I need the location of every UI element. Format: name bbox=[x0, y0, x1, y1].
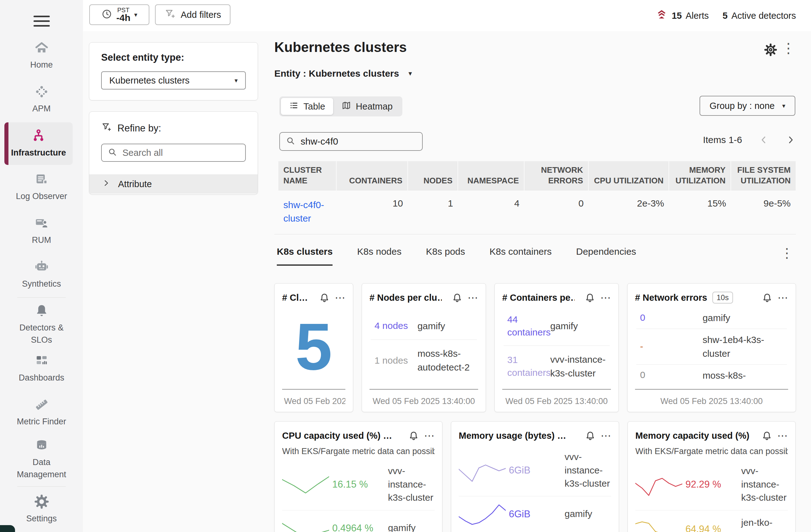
card-rows: 16.15 %vvv-instance-k3s-cluster0.4964 %g… bbox=[282, 459, 434, 532]
column-header-containers[interactable]: CONTAINERS bbox=[337, 161, 408, 191]
bell-icon[interactable] bbox=[762, 292, 772, 303]
chevron-right-icon[interactable] bbox=[785, 135, 796, 145]
view-toggle-heatmap[interactable]: Heatmap bbox=[333, 98, 401, 115]
view-toggle-table[interactable]: Table bbox=[281, 98, 333, 115]
sidebar-item-synthetics[interactable]: Synthetics bbox=[0, 259, 83, 290]
sidebar-item-rum[interactable]: RUM bbox=[0, 215, 83, 246]
attribute-group-row[interactable]: Attribute bbox=[89, 174, 258, 194]
card-title: # Nodes per clu… bbox=[369, 293, 442, 303]
gear-icon[interactable] bbox=[763, 43, 778, 57]
column-header-file-system-utilization[interactable]: FILE SYSTEM UTILIZATION bbox=[731, 161, 796, 191]
column-header-memory-utilization[interactable]: MEMORY UTILIZATION bbox=[669, 161, 731, 191]
sidebar-item-data-management[interactable]: Data Management bbox=[0, 438, 83, 481]
card-rows: 92.29 %vvv-instance-k3s-cluster64.94 %je… bbox=[635, 459, 788, 532]
tab-k8s-pods[interactable]: K8s pods bbox=[426, 246, 465, 266]
card-subtitle: With EKS/Fargate metric data can possibl… bbox=[635, 447, 788, 456]
sparkline bbox=[282, 472, 329, 497]
summary-cards-row: # Cl…⋯5Wed 05 Feb 2025 13:40:00# Nodes p… bbox=[274, 283, 796, 412]
row-value: 4 nodes bbox=[371, 319, 417, 332]
sidebar-item-apm[interactable]: APM bbox=[0, 84, 83, 115]
settings-icon bbox=[34, 494, 49, 510]
card-memory-capacity-used: Memory capacity used (%) …⋯With EKS/Farg… bbox=[628, 421, 796, 532]
chevron-right-icon bbox=[102, 179, 110, 190]
sidebar-item-detectors-slos[interactable]: Detectors & SLOs bbox=[0, 303, 83, 346]
sidebar-item-infrastructure[interactable]: Infrastructure bbox=[4, 122, 73, 165]
alerts-label: Alerts bbox=[686, 11, 709, 21]
card-row: -shw-1eb4-k3s-cluster bbox=[636, 329, 787, 364]
entity-selector[interactable]: Entity : Kubernetes clusters ▾ bbox=[274, 68, 412, 79]
sidebar-item-metric-finder[interactable]: Metric Finder bbox=[0, 397, 83, 428]
sidebar-item-home[interactable]: Home bbox=[0, 40, 83, 71]
kebab-icon[interactable]: ⋯ bbox=[600, 292, 611, 303]
column-header-cluster-name[interactable]: CLUSTER NAME bbox=[278, 161, 337, 191]
column-header-nodes[interactable]: NODES bbox=[408, 161, 458, 191]
bell-icon[interactable] bbox=[319, 292, 330, 303]
entity-tabs: K8s clustersK8s nodesK8s podsK8s contain… bbox=[274, 234, 796, 266]
kebab-icon[interactable]: ⋯ bbox=[600, 430, 611, 441]
active-detectors-indicator[interactable]: 5 Active detectors bbox=[723, 11, 796, 21]
sidebar-item-label: Dashboards bbox=[9, 372, 75, 384]
bell-icon[interactable] bbox=[452, 292, 462, 303]
card-row: 4 nodesgamify bbox=[371, 312, 477, 340]
alerts-indicator[interactable]: 15 Alerts bbox=[655, 9, 709, 23]
tab-k8s-nodes[interactable]: K8s nodes bbox=[357, 246, 401, 266]
kebab-icon[interactable]: ⋯ bbox=[778, 292, 788, 303]
column-header-namespace[interactable]: NAMESPACE bbox=[458, 161, 524, 191]
tab-k8s-containers[interactable]: K8s containers bbox=[489, 246, 551, 266]
attribute-label: Attribute bbox=[118, 179, 152, 189]
bell-icon[interactable] bbox=[585, 292, 595, 303]
card-title: Memory usage (bytes) … bbox=[459, 431, 566, 441]
sidebar-divider bbox=[17, 486, 66, 487]
kebab-icon[interactable]: ⋯ bbox=[777, 430, 788, 441]
tab-k8s-clusters[interactable]: K8s clusters bbox=[277, 246, 333, 266]
card-row: 0gamify bbox=[636, 307, 787, 329]
card-clusters-count: # Cl…⋯5Wed 05 Feb 2025 13:40:00 bbox=[274, 283, 353, 412]
bell-icon[interactable] bbox=[585, 430, 596, 441]
alerts-count: 15 bbox=[672, 11, 682, 21]
card-cpu-capacity-used: CPU capacity used (%) …⋯With EKS/Fargate… bbox=[274, 421, 442, 532]
row-value: 0 bbox=[636, 369, 703, 381]
table-cell-nodes: 1 bbox=[408, 191, 458, 233]
time-range-picker[interactable]: PST -4h ▾ bbox=[89, 4, 149, 25]
row-value: 0.4964 % bbox=[332, 522, 385, 532]
row-label: gamify bbox=[388, 521, 434, 532]
card-title: # Cl… bbox=[282, 293, 308, 303]
sidebar-item-settings[interactable]: Settings bbox=[0, 494, 83, 525]
bell-icon[interactable] bbox=[408, 430, 419, 441]
sidebar-item-dashboards[interactable]: Dashboards bbox=[0, 353, 83, 384]
column-header-cpu-utilization[interactable]: CPU UTILIZATION bbox=[589, 161, 669, 191]
entity-selector-label: Entity : Kubernetes clusters bbox=[274, 68, 399, 79]
chevron-down-icon: ▾ bbox=[408, 69, 412, 78]
map-icon bbox=[341, 100, 351, 113]
kebab-icon[interactable]: ⋯ bbox=[335, 292, 346, 303]
row-label: gamify bbox=[565, 507, 611, 521]
card-rows: 0gamify-shw-1eb4-k3s-cluster0moss-k8s- bbox=[635, 304, 788, 389]
row-label: moss-k8s- bbox=[703, 369, 787, 382]
cluster-link[interactable]: shw-c4f0-cluster bbox=[284, 198, 332, 225]
column-header-network-errors[interactable]: NETWORK ERRORS bbox=[524, 161, 589, 191]
menu-icon[interactable] bbox=[33, 13, 50, 30]
bell-icon[interactable] bbox=[762, 430, 772, 441]
refine-search-input[interactable] bbox=[122, 147, 240, 158]
row-value: - bbox=[636, 340, 703, 353]
row-value: 44 containers bbox=[504, 313, 550, 339]
add-filters-button[interactable]: Add filters bbox=[155, 4, 230, 25]
cluster-search-input[interactable] bbox=[300, 136, 416, 147]
sidebar-item-label: Metric Finder bbox=[9, 416, 75, 428]
sparkline bbox=[635, 472, 682, 497]
entity-type-select[interactable]: Kubernetes clusters ▾ bbox=[101, 71, 246, 90]
card-subtitle: With EKS/Fargate metric data can possibl… bbox=[282, 447, 434, 456]
chevron-left-icon[interactable] bbox=[759, 135, 769, 145]
kebab-icon[interactable]: ⋮ bbox=[780, 247, 794, 260]
group-by-select[interactable]: Group by : none ▾ bbox=[700, 96, 795, 116]
card-row: 6GiBvvv-instance-k3s-cluster bbox=[459, 445, 611, 496]
card-header: Memory usage (bytes) …⋯ bbox=[459, 429, 611, 442]
card-title: # Network errors bbox=[635, 293, 707, 303]
corner-widget[interactable] bbox=[0, 525, 15, 532]
kebab-icon[interactable]: ⋯ bbox=[424, 430, 434, 441]
kebab-icon[interactable]: ⋮ bbox=[782, 41, 795, 55]
table-cell-memory-utilization: 15% bbox=[669, 191, 731, 233]
kebab-icon[interactable]: ⋯ bbox=[468, 292, 478, 303]
tab-dependencies[interactable]: Dependencies bbox=[576, 246, 636, 266]
sidebar-item-log-observer[interactable]: Log Observer bbox=[0, 172, 83, 202]
